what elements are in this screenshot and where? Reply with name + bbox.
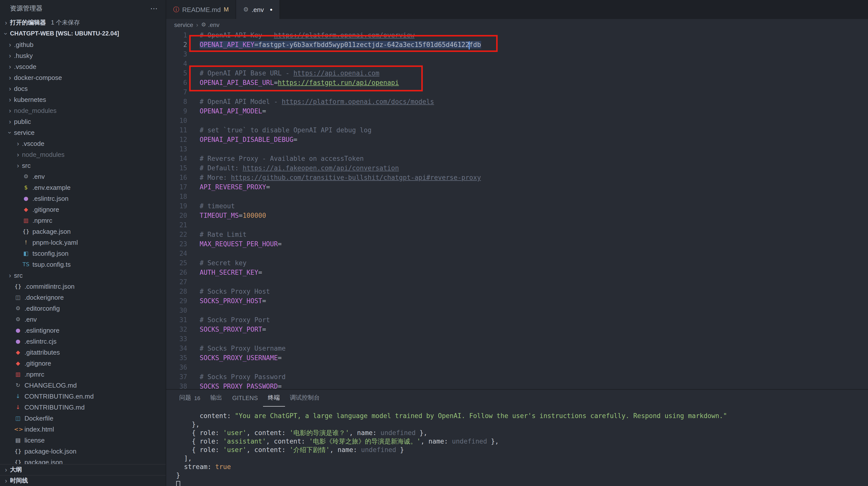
code-line-21[interactable]: 21	[166, 220, 868, 230]
tree-file-.eslintrc.json[interactable]: ●.eslintrc.json	[0, 193, 166, 204]
tree-file-.eslintrc.cjs[interactable]: ●.eslintrc.cjs	[0, 336, 166, 347]
tree-folder-kubernetes[interactable]: ›kubernetes	[0, 94, 166, 105]
code-line-19[interactable]: 19# timeout	[166, 201, 868, 211]
code-line-12[interactable]: 12OPENAI_API_DISABLE_DEBUG=	[166, 135, 868, 144]
tree-item-label: index.html	[25, 426, 54, 433]
tree-file-.commitlintrc.json[interactable]: {}.commitlintrc.json	[0, 281, 166, 292]
section-outline[interactable]: › 大纲	[0, 464, 166, 475]
tree-file-CONTRIBUTING.md[interactable]: ↓CONTRIBUTING.md	[0, 402, 166, 413]
code-line-29[interactable]: 29SOCKS_PROXY_HOST=	[166, 296, 868, 306]
tree-file-CONTRIBUTING.en.md[interactable]: ↓CONTRIBUTING.en.md	[0, 391, 166, 402]
tree-file-.env.example[interactable]: $.env.example	[0, 182, 166, 193]
code-line-14[interactable]: 14# Reverse Proxy - Available on accessT…	[166, 154, 868, 163]
code-line-9[interactable]: 9OPENAI_API_MODEL=	[166, 106, 868, 116]
code-line-34[interactable]: 34# Socks Proxy Username	[166, 344, 868, 353]
line-number: 37	[166, 372, 187, 381]
breadcrumb-folder[interactable]: service	[174, 21, 193, 28]
tree-file-.env[interactable]: ⚙.env	[0, 314, 166, 325]
tree-file-package-lock.json[interactable]: {}package-lock.json	[0, 446, 166, 457]
tree-file-.dockerignore[interactable]: ◫.dockerignore	[0, 292, 166, 303]
tree-file-.gitignore[interactable]: ◆.gitignore	[0, 358, 166, 369]
code-editor[interactable]: 1# OpenAI API Key - https://platform.ope…	[166, 30, 868, 389]
tree-file-pnpm-lock.yaml[interactable]: !pnpm-lock.yaml	[0, 237, 166, 248]
code-line-13[interactable]: 13	[166, 144, 868, 154]
tree-folder-.github[interactable]: ›.github	[0, 39, 166, 50]
code-line-6[interactable]: 6OPENAI_API_BASE_URL=https://fastgpt.run…	[166, 78, 868, 87]
code-line-24[interactable]: 24	[166, 249, 868, 258]
tree-folder-node_modules[interactable]: ›node_modules	[0, 149, 166, 160]
code-line-18[interactable]: 18	[166, 192, 868, 201]
tree-file-tsup.config.ts[interactable]: TStsup.config.ts	[0, 259, 166, 270]
code-line-1[interactable]: 1# OpenAI API Key - https://platform.ope…	[166, 30, 868, 40]
ts-icon: TS	[22, 261, 30, 268]
code-line-3[interactable]: 3	[166, 50, 868, 59]
code-line-28[interactable]: 28# Socks Proxy Host	[166, 287, 868, 296]
section-project-root[interactable]: › CHATGPT-WEB [WSL: UBUNTU-22.04]	[0, 28, 166, 39]
tree-file-.gitignore[interactable]: ◆.gitignore	[0, 204, 166, 215]
code-line-17[interactable]: 17API_REVERSE_PROXY=	[166, 182, 868, 192]
tree-folder-node_modules[interactable]: ›node_modules	[0, 105, 166, 116]
tree-folder-src[interactable]: ›src	[0, 160, 166, 171]
tree-file-.editorconfig[interactable]: ⚙.editorconfig	[0, 303, 166, 314]
code-line-27[interactable]: 27	[166, 277, 868, 287]
code-line-36[interactable]: 36	[166, 363, 868, 372]
code-line-20[interactable]: 20TIMEOUT_MS=100000	[166, 211, 868, 220]
code-line-33[interactable]: 33	[166, 334, 868, 344]
tree-folder-docs[interactable]: ›docs	[0, 83, 166, 94]
panel-tab-terminal[interactable]: 终端	[263, 390, 285, 407]
tree-file-.gitattributes[interactable]: ◆.gitattributes	[0, 347, 166, 358]
code-line-10[interactable]: 10	[166, 116, 868, 125]
tree-folder-.husky[interactable]: ›.husky	[0, 50, 166, 61]
tree-file-index.html[interactable]: <>index.html	[0, 424, 166, 435]
tree-folder-src[interactable]: ›src	[0, 270, 166, 281]
tree-file-.npmrc[interactable]: ▥.npmrc	[0, 215, 166, 226]
panel-tab-gitlens[interactable]: GITLENS	[227, 390, 263, 407]
code-line-35[interactable]: 35SOCKS_PROXY_USERNAME=	[166, 353, 868, 363]
code-line-22[interactable]: 22# Rate Limit	[166, 230, 868, 239]
code-line-15[interactable]: 15# Default: https://ai.fakeopen.com/api…	[166, 163, 868, 173]
tree-file-Dockerfile[interactable]: ◫Dockerfile	[0, 413, 166, 424]
tree-folder-.vscode[interactable]: ›.vscode	[0, 61, 166, 72]
code-line-4[interactable]: 4	[166, 59, 868, 68]
code-line-38[interactable]: 38SOCKS_PROXY_PASSWORD=	[166, 381, 868, 389]
code-line-25[interactable]: 25# Secret key	[166, 258, 868, 268]
tree-file-license[interactable]: ▤license	[0, 435, 166, 446]
line-number: 1	[166, 30, 187, 40]
code-text: SOCKS_PROXY_PASSWORD=	[187, 381, 282, 389]
panel-tab-output[interactable]: 输出	[206, 390, 227, 407]
explorer-title: 资源管理器	[10, 4, 42, 13]
explorer-sidebar: 资源管理器 ⋯ › 打开的编辑器 1 个未保存 › CHATGPT-WEB [W…	[0, 0, 166, 486]
code-line-30[interactable]: 30	[166, 306, 868, 315]
code-line-32[interactable]: 32SOCKS_PROXY_PORT=	[166, 325, 868, 334]
code-line-5[interactable]: 5# OpenAI API Base URL - https://api.ope…	[166, 68, 868, 78]
tree-file-package.json[interactable]: {}package.json	[0, 226, 166, 237]
breadcrumb-file[interactable]: ⚙ .env	[201, 21, 219, 28]
code-line-23[interactable]: 23MAX_REQUEST_PER_HOUR=	[166, 239, 868, 249]
code-line-37[interactable]: 37# Socks Proxy Password	[166, 372, 868, 381]
tree-file-CHANGELOG.md[interactable]: ↻CHANGELOG.md	[0, 380, 166, 391]
tree-file-.npmrc[interactable]: ▥.npmrc	[0, 369, 166, 380]
tree-file-.eslintignore[interactable]: ●.eslintignore	[0, 325, 166, 336]
code-line-7[interactable]: 7	[166, 87, 868, 97]
code-line-11[interactable]: 11# set `true` to disable OpenAI API deb…	[166, 125, 868, 135]
code-line-16[interactable]: 16# More: https://github.com/transitive-…	[166, 173, 868, 182]
tree-file-tsconfig.json[interactable]: ◧tsconfig.json	[0, 248, 166, 259]
code-line-26[interactable]: 26AUTH_SECRET_KEY=	[166, 268, 868, 277]
tab-env[interactable]: ⚙ .env ●	[236, 0, 280, 19]
tree-file-.env[interactable]: ⚙.env	[0, 171, 166, 182]
tree-file-package.json[interactable]: {}package.json	[0, 457, 166, 464]
tab-readme[interactable]: ⓘ README.md M	[166, 0, 236, 19]
tree-folder-public[interactable]: ›public	[0, 116, 166, 127]
code-line-2[interactable]: 2OPENAI_API_KEY=fastgpt-y6b3axfbdd5wyp01…	[166, 40, 868, 50]
more-actions-icon[interactable]: ⋯	[150, 4, 159, 13]
tree-folder-service[interactable]: ›service	[0, 127, 166, 138]
section-open-editors[interactable]: › 打开的编辑器 1 个未保存	[0, 17, 166, 28]
panel-tab-debug-console[interactable]: 调试控制台	[285, 390, 325, 407]
code-line-31[interactable]: 31# Socks Proxy Port	[166, 315, 868, 325]
section-timeline[interactable]: › 时间线	[0, 475, 166, 486]
tree-folder-docker-compose[interactable]: ›docker-compose	[0, 72, 166, 83]
terminal-output[interactable]: content: "You are ChatGPT, a large langu…	[166, 407, 868, 486]
panel-tab-problems[interactable]: 问题 16	[174, 390, 206, 407]
code-line-8[interactable]: 8# OpenAI API Model - https://platform.o…	[166, 97, 868, 106]
tree-folder-.vscode[interactable]: ›.vscode	[0, 138, 166, 149]
